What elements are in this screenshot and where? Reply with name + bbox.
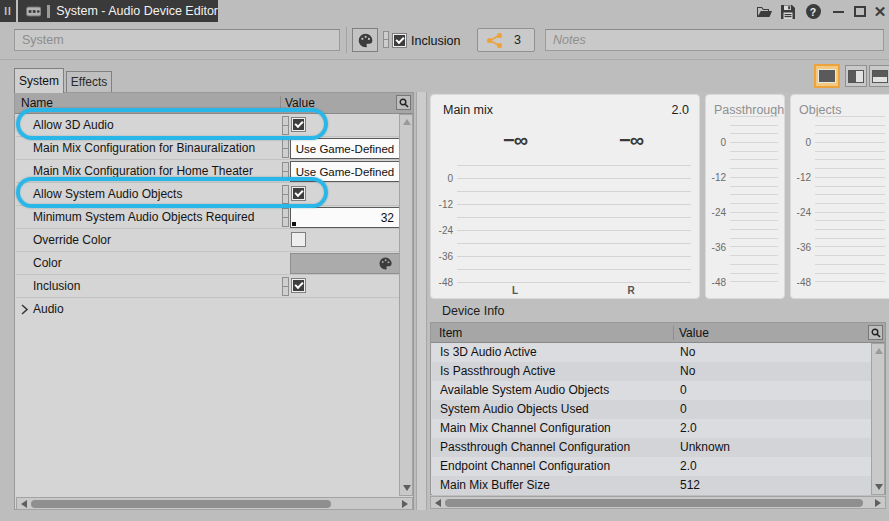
table-row[interactable]: Available System Audio Objects 0 bbox=[432, 381, 871, 400]
value-column-header[interactable]: Value bbox=[673, 326, 709, 340]
save-icon[interactable] bbox=[779, 3, 797, 20]
property-row[interactable]: Allow System Audio Objects bbox=[16, 183, 399, 206]
override-color-checkbox[interactable] bbox=[291, 232, 306, 247]
hscroll-thumb[interactable] bbox=[31, 500, 331, 508]
minimize-icon[interactable] bbox=[829, 3, 847, 20]
passthrough-title: Passthrough bbox=[714, 103, 784, 117]
scroll-up-icon[interactable] bbox=[875, 348, 883, 354]
tick-label: -36 bbox=[706, 242, 726, 253]
slider-grip[interactable] bbox=[292, 222, 296, 226]
table-row[interactable]: Is 3D Audio Active No bbox=[432, 343, 871, 362]
table-row[interactable]: Endpoint Channel Configuration 2.0 bbox=[432, 457, 871, 476]
property-row[interactable]: Minimum System Audio Objects Required 32 bbox=[16, 206, 399, 229]
value-drag-handle[interactable] bbox=[282, 277, 289, 296]
open-icon[interactable] bbox=[755, 3, 773, 20]
binauralization-config-button[interactable]: Use Game-Defined bbox=[290, 138, 400, 159]
dock-handle[interactable]: II bbox=[0, 0, 16, 22]
editor-title-tab[interactable]: System - Audio Device Editor bbox=[18, 0, 218, 22]
scroll-up-icon[interactable] bbox=[403, 119, 411, 125]
color-shade-slider[interactable] bbox=[383, 31, 389, 48]
hscroll-thumb[interactable] bbox=[445, 499, 863, 507]
table-row[interactable]: Passthrough Channel Configuration Unknow… bbox=[432, 438, 871, 457]
device-info-header: Item Value bbox=[431, 323, 885, 343]
maximize-icon[interactable] bbox=[851, 3, 869, 20]
scroll-right-icon[interactable] bbox=[402, 500, 408, 508]
scroll-down-icon[interactable] bbox=[875, 484, 883, 490]
tick-label: 0 bbox=[433, 173, 453, 184]
min-system-audio-objects-field[interactable]: 32 bbox=[290, 207, 400, 228]
inclusion-toolbar-checkbox[interactable] bbox=[392, 33, 407, 48]
search-icon[interactable] bbox=[396, 95, 411, 110]
device-info-hscrollbar[interactable] bbox=[430, 496, 886, 509]
property-grid-hscrollbar[interactable] bbox=[16, 497, 413, 510]
property-group-row[interactable]: Audio bbox=[16, 298, 399, 321]
property-row[interactable]: Main Mix Configuration for Home Theater … bbox=[16, 160, 399, 183]
tick-label: -48 bbox=[791, 277, 811, 288]
property-grid-vscrollbar[interactable] bbox=[399, 114, 413, 496]
help-icon[interactable]: ? bbox=[804, 3, 822, 20]
color-picker-button[interactable] bbox=[290, 253, 400, 274]
view-mode-split-horizontal-button[interactable] bbox=[869, 65, 889, 87]
inclusion-toolbar-label: Inclusion bbox=[411, 34, 460, 48]
property-row[interactable]: Allow 3D Audio bbox=[16, 114, 399, 137]
tick-label: -48 bbox=[433, 277, 453, 288]
main-mix-meter: Main mix 2.0 −∞ −∞ 0 -12 -24 -36 -48 L R bbox=[430, 94, 700, 299]
meter-scale-grid bbox=[730, 116, 778, 288]
tick-label: -36 bbox=[433, 251, 453, 262]
notes-input[interactable] bbox=[545, 29, 884, 51]
tick-label: -24 bbox=[706, 207, 726, 218]
home-theater-config-button[interactable]: Use Game-Defined bbox=[290, 161, 400, 182]
property-row[interactable]: Override Color bbox=[16, 229, 399, 252]
main-mix-title: Main mix bbox=[443, 103, 493, 117]
scroll-down-icon[interactable] bbox=[403, 485, 411, 491]
references-button[interactable]: 3 bbox=[477, 28, 535, 52]
palette-icon bbox=[378, 256, 393, 271]
table-row[interactable]: Main Mix Buffer Size 512 bbox=[432, 476, 871, 495]
value-drag-handle[interactable] bbox=[282, 116, 289, 135]
value-drag-handle[interactable] bbox=[282, 139, 289, 158]
allow-system-audio-objects-checkbox[interactable] bbox=[291, 186, 306, 201]
share-icon bbox=[486, 32, 504, 49]
single-pane-icon bbox=[818, 69, 836, 83]
meter-scale-grid bbox=[457, 165, 691, 283]
tab-system[interactable]: System bbox=[14, 68, 64, 93]
allow-3d-audio-checkbox[interactable] bbox=[291, 117, 306, 132]
tick-label: -12 bbox=[791, 172, 811, 183]
meter-scale-grid bbox=[815, 116, 885, 288]
value-drag-handle[interactable] bbox=[282, 162, 289, 181]
table-row[interactable]: Main Mix Channel Configuration 2.0 bbox=[432, 419, 871, 438]
tab-effects[interactable]: Effects bbox=[66, 71, 112, 93]
value-drag-handle[interactable] bbox=[282, 185, 289, 204]
right-pane: Main mix 2.0 −∞ −∞ 0 -12 -24 -36 -48 L R… bbox=[428, 92, 889, 510]
chevron-right-icon[interactable] bbox=[19, 303, 30, 316]
passthrough-meter: Passthrough 0 -12 -24 -36 -48 bbox=[705, 94, 785, 299]
item-column-header[interactable]: Item bbox=[439, 326, 462, 340]
device-info-vscrollbar[interactable] bbox=[871, 343, 885, 495]
scroll-right-icon[interactable] bbox=[875, 499, 881, 507]
scroll-left-icon[interactable] bbox=[435, 499, 441, 507]
close-icon[interactable]: ✕ bbox=[871, 3, 889, 20]
view-mode-split-vertical-button[interactable] bbox=[845, 65, 867, 87]
tick-label: -24 bbox=[791, 207, 811, 218]
panel-splitter[interactable] bbox=[416, 92, 427, 510]
inclusion-checkbox[interactable] bbox=[291, 278, 306, 293]
object-name-input[interactable] bbox=[14, 29, 340, 51]
view-mode-single-button[interactable] bbox=[814, 64, 840, 88]
color-palette-button[interactable] bbox=[352, 28, 378, 52]
references-count: 3 bbox=[514, 33, 521, 47]
search-icon[interactable] bbox=[868, 325, 883, 340]
property-row[interactable]: Color bbox=[16, 252, 399, 275]
property-row[interactable]: Main Mix Configuration for Binauralizati… bbox=[16, 137, 399, 160]
property-row[interactable]: Inclusion bbox=[16, 275, 399, 298]
title-divider bbox=[47, 5, 50, 18]
value-drag-handle[interactable] bbox=[282, 208, 289, 227]
table-row[interactable]: Is Passthrough Active No bbox=[432, 362, 871, 381]
name-column-header[interactable]: Name bbox=[21, 96, 53, 110]
value-column-header[interactable]: Value bbox=[280, 96, 315, 110]
property-grid-header: Name Value bbox=[15, 93, 413, 114]
table-row[interactable]: System Audio Objects Used 0 bbox=[432, 400, 871, 419]
tick-label: -48 bbox=[706, 277, 726, 288]
audio-device-icon bbox=[26, 6, 41, 17]
audio-device-editor-window: II System - Audio Device Editor ? ✕ Incl… bbox=[0, 0, 889, 521]
scroll-left-icon[interactable] bbox=[21, 500, 27, 508]
